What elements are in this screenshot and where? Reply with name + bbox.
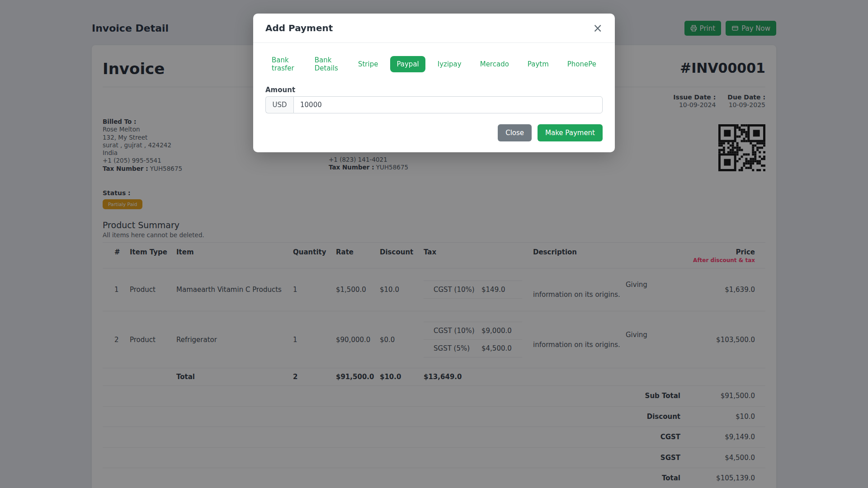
modal-header: Add Payment × xyxy=(253,14,615,43)
modal-body: Bank trasferBank DetailsStripePaypalIyzi… xyxy=(253,43,615,152)
modal-title: Add Payment xyxy=(265,23,333,33)
tab-paypal[interactable]: Paypal xyxy=(390,56,425,72)
modal-actions: Close Make Payment xyxy=(265,124,603,141)
tab-paytm[interactable]: Paytm xyxy=(521,56,555,72)
tab-bank-trasfer[interactable]: Bank trasfer xyxy=(265,52,302,76)
amount-label: Amount xyxy=(265,86,603,94)
currency-prefix: USD xyxy=(265,96,293,113)
add-payment-modal: Add Payment × Bank trasferBank DetailsSt… xyxy=(253,14,615,152)
tab-bank-details[interactable]: Bank Details xyxy=(308,52,346,76)
tab-iyzipay[interactable]: Iyzipay xyxy=(431,56,468,72)
payment-method-tabs: Bank trasferBank DetailsStripePaypalIyzi… xyxy=(265,52,603,76)
amount-input[interactable] xyxy=(293,96,603,113)
close-icon[interactable]: × xyxy=(593,23,603,33)
amount-input-group: USD xyxy=(265,96,603,113)
tab-mercado[interactable]: Mercado xyxy=(474,56,515,72)
tab-phonepe[interactable]: PhonePe xyxy=(561,56,603,72)
tab-stripe[interactable]: Stripe xyxy=(352,56,385,72)
make-payment-button[interactable]: Make Payment xyxy=(538,124,603,141)
close-button[interactable]: Close xyxy=(498,124,532,141)
